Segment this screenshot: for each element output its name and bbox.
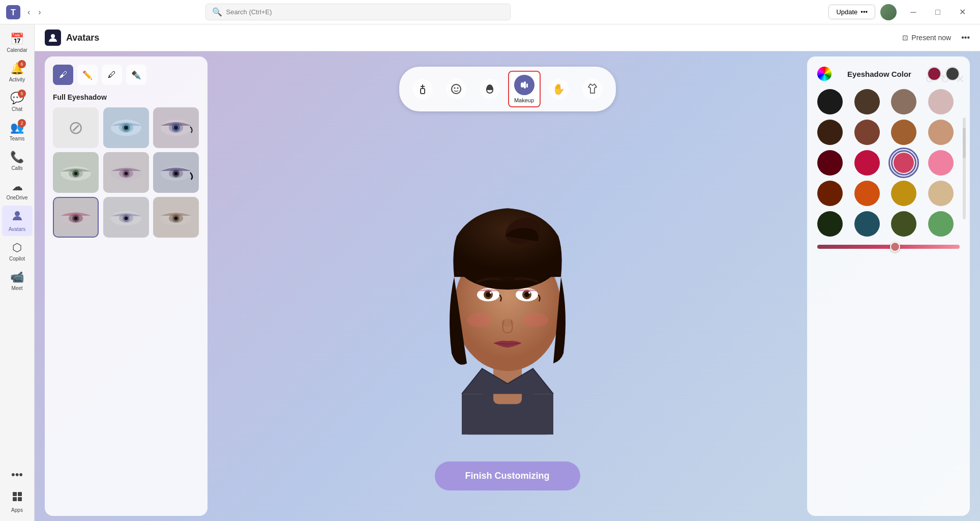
color-swatch-crimson[interactable]	[854, 150, 880, 176]
color-swatch-rose[interactable]	[891, 150, 916, 176]
color-swatch-olive[interactable]	[891, 211, 916, 237]
color-swatch-gold[interactable]	[891, 181, 916, 206]
color-swatch-peach[interactable]	[928, 120, 954, 145]
eyeshadow-option-3[interactable]	[53, 152, 99, 193]
color-swatch-lightrose[interactable]	[928, 150, 954, 176]
color-swatch-darkgreen[interactable]	[817, 211, 843, 237]
sidebar-item-activity[interactable]: 🔔 6 Activity	[2, 58, 33, 86]
eyeshadow-option-2[interactable]	[153, 107, 199, 148]
sidebar-item-apps[interactable]: Apps	[2, 486, 33, 517]
activity-badge: 6	[18, 60, 26, 68]
panel-tab-3[interactable]: 🖊	[102, 65, 122, 85]
avatar-svg	[411, 170, 604, 435]
color-swatch-darkbrown[interactable]	[854, 89, 880, 114]
toolbar-expression[interactable]: ✋	[544, 76, 574, 102]
sidebar-label-calendar: Calendar	[7, 47, 27, 53]
toolbar-face[interactable]	[441, 76, 471, 102]
sidebar-item-calls[interactable]: 📞 Calls	[2, 147, 33, 175]
eyeshadow-option-7[interactable]	[103, 197, 149, 238]
app-layout: 📅 Calendar 🔔 6 Activity 💬 5 Chat 👥 2 Tea…	[0, 24, 980, 521]
onedrive-icon: ☁	[12, 180, 23, 193]
panel-tab-4[interactable]: ✒️	[126, 65, 146, 85]
color-swatch-redbrown[interactable]	[854, 120, 880, 145]
sidebar-item-chat[interactable]: 💬 5 Chat	[2, 88, 33, 116]
toolbar-hair[interactable]	[474, 76, 505, 102]
search-icon: 🔍	[212, 7, 222, 17]
teams-logo: T	[6, 5, 20, 19]
eyeshadow-option-8[interactable]	[153, 197, 199, 238]
sidebar-item-avatars[interactable]: Avatars	[2, 206, 33, 236]
svg-point-32	[523, 313, 548, 327]
search-input[interactable]	[226, 8, 504, 16]
svg-point-7	[51, 34, 55, 38]
sidebar-item-calendar[interactable]: 📅 Calendar	[2, 28, 33, 57]
sidebar-item-meet[interactable]: 📹 Meet	[2, 267, 33, 295]
eyeshadow-option-4[interactable]	[103, 152, 149, 193]
sidebar-label-avatars: Avatars	[9, 226, 26, 232]
color-swatch-teal[interactable]	[854, 211, 880, 237]
scrollbar-thumb[interactable]	[963, 128, 966, 158]
color-swatch-tan[interactable]	[891, 120, 916, 145]
finish-customizing-button[interactable]: Finish Customizing	[435, 461, 580, 490]
selected-color-1[interactable]	[927, 67, 941, 81]
app-header-left: Avatars	[45, 30, 99, 46]
eye-preview-1	[106, 112, 146, 143]
svg-rect-15	[526, 83, 528, 88]
sidebar-item-teams[interactable]: 👥 2 Teams	[2, 117, 33, 146]
update-button[interactable]: Update •••	[828, 5, 875, 19]
sidebar-label-activity: Activity	[9, 77, 25, 82]
toolbar-body[interactable]	[407, 76, 438, 102]
color-panel-header: Eyeshadow Color	[817, 67, 960, 81]
update-label: Update	[836, 8, 857, 16]
color-swatch-darkred[interactable]	[817, 150, 843, 176]
eyeshadow-none[interactable]: ⊘	[53, 107, 99, 148]
close-button[interactable]: ✕	[951, 4, 974, 20]
sidebar-label-apps: Apps	[11, 507, 23, 513]
maximize-button[interactable]: □	[926, 4, 949, 20]
color-swatch-sand[interactable]	[928, 181, 954, 206]
minimize-button[interactable]: ─	[902, 4, 925, 20]
title-bar-right: Update ••• ─ □ ✕	[828, 4, 974, 20]
color-palette-icon	[817, 67, 831, 81]
panel-tab-1[interactable]: 🖌	[53, 65, 73, 85]
svg-point-44	[74, 172, 78, 176]
makeup-label: Makeup	[514, 97, 534, 103]
svg-point-36	[124, 126, 128, 130]
app-icon-box	[45, 30, 61, 46]
selected-color-2[interactable]	[945, 67, 960, 81]
svg-point-29	[528, 292, 530, 294]
color-slider-row	[817, 245, 960, 249]
sidebar-item-more[interactable]: •••	[2, 464, 33, 485]
user-avatar[interactable]	[880, 4, 897, 20]
header-more-dots[interactable]: •••	[961, 33, 970, 42]
color-swatch-orange[interactable]	[854, 181, 880, 206]
eyeshadow-option-1[interactable]	[103, 107, 149, 148]
color-swatch-rust[interactable]	[817, 181, 843, 206]
sidebar-item-copilot[interactable]: ⬡ Copilot	[2, 237, 33, 266]
color-swatch-black[interactable]	[817, 89, 843, 114]
eyeshadow-option-6[interactable]	[53, 197, 99, 238]
color-swatch-darkbrown2[interactable]	[817, 120, 843, 145]
eyeshadow-option-5[interactable]	[153, 152, 199, 193]
color-swatch-brown[interactable]	[891, 89, 916, 114]
eye-preview-5	[156, 157, 196, 188]
toolbar-makeup[interactable]: Makeup	[508, 71, 541, 107]
color-swatch-lightpink[interactable]	[928, 89, 954, 114]
back-button[interactable]: ‹	[24, 6, 33, 19]
forward-button[interactable]: ›	[35, 6, 44, 19]
meet-icon: 📹	[10, 271, 24, 284]
sidebar-label-teams: Teams	[10, 136, 24, 141]
title-bar: T ‹ › 🔍 Update ••• ─ □ ✕	[0, 0, 980, 24]
panel-tab-2[interactable]: ✏️	[77, 65, 98, 85]
svg-point-52	[174, 172, 178, 176]
color-swatch-green[interactable]	[928, 211, 954, 237]
present-now-button[interactable]: ⊡ Present now	[898, 32, 955, 44]
svg-rect-6	[18, 497, 22, 501]
present-label: Present now	[911, 34, 951, 42]
color-intensity-slider[interactable]	[817, 245, 960, 249]
toolbar-clothing[interactable]	[577, 76, 608, 102]
svg-rect-14	[524, 81, 526, 89]
sidebar-label-chat: Chat	[12, 106, 22, 112]
sidebar-item-onedrive[interactable]: ☁ OneDrive	[2, 176, 33, 205]
svg-point-56	[74, 217, 78, 220]
